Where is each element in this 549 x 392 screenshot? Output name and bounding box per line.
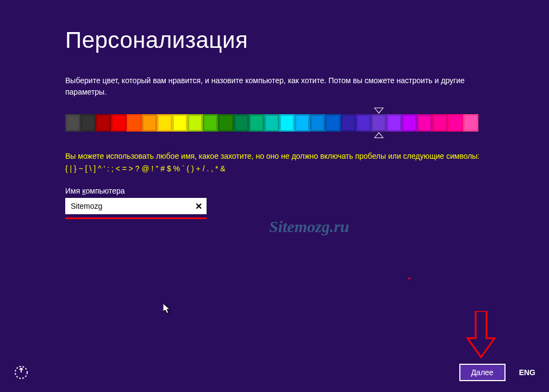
color-swatch[interactable] bbox=[402, 114, 417, 132]
color-swatch[interactable] bbox=[310, 114, 325, 132]
color-swatch[interactable] bbox=[96, 114, 111, 132]
color-swatch[interactable] bbox=[386, 114, 402, 132]
mouse-cursor-icon bbox=[163, 303, 172, 316]
watermark-text: Sitemozg.ru bbox=[269, 217, 350, 236]
color-swatch[interactable] bbox=[417, 114, 432, 132]
color-swatch[interactable] bbox=[80, 114, 96, 132]
color-swatch[interactable] bbox=[234, 114, 249, 132]
color-swatch[interactable] bbox=[295, 114, 310, 132]
validation-chars: { | } ~ [ \ ] ^ ' : ; < = > ? @ ! " # $ … bbox=[65, 164, 484, 173]
color-swatch[interactable] bbox=[463, 114, 478, 132]
color-swatch[interactable] bbox=[432, 114, 447, 132]
color-swatch[interactable] bbox=[249, 114, 264, 132]
page-title: Персонализация bbox=[65, 27, 484, 53]
annotation-dot bbox=[408, 277, 410, 279]
color-swatch[interactable] bbox=[325, 114, 340, 132]
color-swatch[interactable] bbox=[356, 114, 371, 132]
color-swatch[interactable] bbox=[264, 114, 279, 132]
color-swatch[interactable] bbox=[448, 114, 463, 132]
color-swatch[interactable] bbox=[65, 114, 80, 132]
color-swatch[interactable] bbox=[157, 114, 172, 132]
color-swatch[interactable] bbox=[127, 114, 142, 132]
color-swatch[interactable] bbox=[172, 114, 188, 132]
clear-input-button[interactable]: ✕ bbox=[192, 200, 205, 213]
ease-of-access-icon[interactable] bbox=[14, 365, 29, 380]
color-swatch[interactable] bbox=[341, 114, 356, 132]
color-swatch[interactable] bbox=[203, 114, 218, 132]
color-swatch[interactable] bbox=[371, 114, 386, 132]
color-picker bbox=[65, 114, 484, 132]
language-indicator[interactable]: ENG bbox=[519, 368, 535, 377]
color-swatch[interactable] bbox=[188, 114, 203, 132]
validation-message: Вы можете использовать любое имя, какое … bbox=[65, 151, 484, 162]
annotation-underline bbox=[65, 217, 207, 219]
description-text: Выберите цвет, который вам нравится, и н… bbox=[65, 75, 484, 98]
color-swatch[interactable] bbox=[111, 114, 126, 132]
pc-name-label: Имя компьютера bbox=[65, 186, 484, 195]
color-swatch[interactable] bbox=[218, 114, 233, 132]
color-swatch[interactable] bbox=[142, 114, 157, 132]
color-swatch[interactable] bbox=[279, 114, 295, 132]
next-button[interactable]: Далее bbox=[459, 364, 506, 381]
pc-name-input[interactable] bbox=[65, 198, 207, 214]
annotation-arrow-icon bbox=[465, 311, 497, 362]
